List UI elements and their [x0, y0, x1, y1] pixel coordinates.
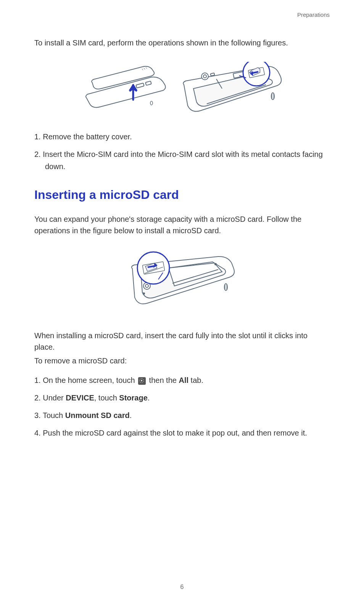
microsd-figure-svg [125, 250, 239, 315]
microsd-steps-list: 1. On the home screen, touch then the Al… [34, 374, 330, 439]
microsd-step-1: 1. On the home screen, touch then the Al… [34, 374, 330, 386]
svg-point-29 [215, 263, 216, 265]
storage-label: Storage [119, 394, 147, 402]
header-section-label: Preparations [34, 11, 330, 18]
sim-step-2: 2. Insert the Micro-SIM card into the Mi… [34, 148, 330, 173]
microsd-step-2: 2. Under DEVICE, touch Storage. [34, 392, 330, 404]
page-container: Preparations To install a SIM card, perf… [0, 0, 364, 602]
microsd-note-2: To remove a microSD card: [34, 355, 330, 366]
settings-icon [138, 377, 146, 385]
svg-point-21 [145, 284, 148, 287]
device-label: DEVICE [66, 394, 94, 402]
unmount-label: Unmount SD card [65, 411, 130, 420]
sim-intro-text: To install a SIM card, perform the opera… [34, 37, 330, 48]
svg-point-25 [224, 284, 227, 291]
microsd-intro: You can expand your phone's storage capa… [34, 213, 330, 236]
svg-point-10 [203, 75, 206, 78]
all-tab-label: All [179, 376, 188, 384]
sim-figure-row [34, 62, 330, 119]
svg-point-13 [271, 93, 274, 100]
svg-point-6 [150, 101, 153, 105]
microsd-note-1: When installing a microSD card, insert t… [34, 330, 330, 353]
microsd-step-3: 3. Touch Unmount SD card. [34, 409, 330, 421]
sim-figure-2 [178, 62, 285, 119]
sim-figure-1 [79, 62, 171, 119]
svg-point-28 [143, 293, 145, 294]
sim-steps-list: 1. Remove the battery cover. 2. Insert t… [34, 131, 330, 173]
microsd-step-4: 4. Push the microSD card against the slo… [34, 427, 330, 439]
microsd-figure [34, 250, 330, 315]
svg-rect-11 [210, 73, 214, 76]
page-number: 6 [0, 584, 364, 591]
sim-step-1: 1. Remove the battery cover. [34, 131, 330, 143]
microsd-heading: Inserting a microSD card [34, 188, 330, 202]
